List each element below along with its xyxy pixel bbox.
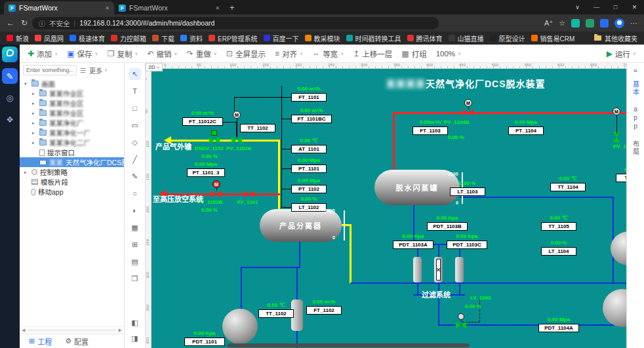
bookmark-item[interactable]: 新浪 [7, 33, 29, 43]
list-menu-icon[interactable]: ☰ [80, 67, 86, 74]
expand-arrow-icon[interactable]: ▸ [32, 111, 37, 116]
close-button[interactable]: ✕ [625, 0, 644, 14]
browser-tab[interactable]: FFSmartWorx✕ [4, 1, 114, 14]
vessel-产品分离器[interactable]: 产品分离器 [260, 209, 342, 242]
instrument-tag-TT_1104[interactable]: TT_1104 [550, 183, 586, 191]
tool-icon-3[interactable]: ▭ [129, 119, 141, 131]
read-aloud-icon[interactable]: A⁺ [544, 19, 553, 28]
valve-icon[interactable] [209, 137, 220, 144]
other-favorites-button[interactable]: 其他收藏夹 [594, 33, 637, 43]
instrument-tag-PDT_1104A[interactable]: PDT_1104A [538, 324, 579, 332]
instrument-tag-FT_1101[interactable]: FT_1101 [291, 93, 327, 102]
instrument-tag-TT_1102[interactable]: TT_1102 [240, 124, 275, 132]
tool-icon-8[interactable]: ◐ [129, 204, 141, 216]
expand-arrow-icon[interactable]: ▸ [32, 130, 37, 136]
tree-item[interactable]: ▾画面 [20, 79, 124, 88]
tool-icon-5[interactable]: ╱ [129, 153, 141, 165]
instrument-tag-FT_11012C[interactable]: FT_11012C [182, 117, 223, 126]
instrument-tag-PDT_1103A[interactable]: PDT_1103A [393, 241, 433, 249]
instrument-tag-FT_1101BC[interactable]: FT_1101BC [291, 115, 332, 123]
tree-item[interactable]: ▸某某作业区 [20, 98, 124, 108]
profile-avatar[interactable] [614, 18, 624, 28]
more-button[interactable]: 更多 ∨ [89, 66, 108, 75]
panel-tab-app[interactable]: app [632, 106, 639, 131]
valve-icon[interactable] [211, 191, 222, 197]
toolbar-button-100%[interactable]: 100%∨ [436, 50, 462, 58]
toolbar-button-打组[interactable]: ▦打组 [401, 48, 426, 59]
toolbar-button-保存[interactable]: ▣保存∨ [67, 48, 98, 59]
new-tab-button[interactable]: + [230, 1, 235, 14]
tool-icon-10[interactable]: ⊞ [129, 239, 141, 250]
tree-item[interactable]: ▸某某作业区 [20, 108, 124, 118]
expand-arrow-icon[interactable]: ▸ [32, 91, 37, 96]
filter-vessel[interactable]: ✕ [434, 257, 443, 282]
tree-item[interactable]: ▸某某净化一厂 [20, 128, 124, 138]
run-button[interactable]: ▶ 运行 ∨ [607, 48, 636, 59]
motor-actuator-icon[interactable]: M [613, 107, 620, 115]
view-mode-selector[interactable]: 2D ∨ [146, 63, 163, 71]
settings-menu-icon[interactable]: ⋯ [630, 19, 637, 28]
rail-item-monitor[interactable]: ◎ [2, 90, 18, 106]
close-icon[interactable]: ✕ [105, 5, 110, 11]
tab-search-button[interactable]: ∨ [568, 0, 587, 14]
tree-item[interactable]: ▸某某净化厂 [20, 118, 124, 128]
favorites-icon[interactable]: ☆ [559, 19, 565, 28]
search-input[interactable] [23, 65, 77, 75]
bookmark-item[interactable]: 时间戳转换工具 [346, 33, 401, 43]
bookmark-item[interactable]: 凤凰网 [35, 33, 64, 43]
address-bar[interactable]: ⓘ 不安全 | 192.168.0.124:3000/#/admin/hmi/d… [32, 17, 439, 29]
bookmark-item[interactable]: 教采模块 [305, 33, 340, 43]
tool-icon-12[interactable]: ❐ [129, 273, 141, 284]
tool-icon-4[interactable]: ◇ [129, 136, 141, 148]
tree-item[interactable]: 移动app [20, 187, 124, 197]
bookmark-item[interactable]: 下载 [152, 33, 174, 43]
filter-vessel[interactable] [413, 257, 422, 282]
toolbar-button-上移一层[interactable]: ↥上移一层 [353, 48, 392, 59]
instrument-tag-LT_1102[interactable]: LT_1102 [291, 203, 327, 212]
tree-item[interactable]: 模板片段 [20, 177, 124, 187]
tool-icon-1[interactable]: T [129, 85, 141, 97]
instrument-tag-FT_1103[interactable]: FT_1103 [413, 126, 448, 135]
minimize-button[interactable]: — [587, 0, 606, 14]
expand-arrow-icon[interactable]: ▸ [32, 121, 37, 126]
toolbar-button-全屏显示[interactable]: ⊡全屏显示 [226, 48, 266, 59]
expand-arrow-icon[interactable]: ▾ [24, 81, 29, 87]
tree-item[interactable]: ▸控制策略 [20, 167, 124, 177]
bookmark-item[interactable]: 百度一下 [264, 33, 299, 43]
motor-actuator-icon[interactable]: M [233, 111, 241, 119]
instrument-tag-TT_1102[interactable]: TT_1102 [258, 309, 294, 318]
refresh-icon[interactable]: ↻ [21, 18, 28, 28]
tool-icon-7[interactable]: ○ [129, 187, 141, 199]
rail-item-model[interactable]: ❖ [2, 111, 18, 127]
rail-item-hmi-design[interactable]: ✎ [2, 68, 18, 84]
instrument-tag-AT_1101[interactable]: AT_1101 [291, 145, 327, 153]
bookmark-item[interactable]: 极速体育 [70, 33, 105, 43]
motor-actuator-icon[interactable]: M [464, 99, 472, 107]
vessel[interactable] [222, 309, 258, 344]
bookmark-item[interactable]: 资料 [180, 33, 203, 43]
toolbar-button-等宽[interactable]: ⇔等宽∨ [312, 48, 344, 59]
bookmark-item[interactable]: 原型设计 [490, 33, 525, 43]
collapse-panel-icon[interactable]: « [634, 66, 637, 74]
vessel[interactable] [603, 289, 626, 327]
scroll-track[interactable] [27, 329, 116, 332]
instrument-tag-PDT_1103C[interactable]: PDT_1103C [447, 241, 487, 249]
tool-icon-9[interactable]: ▦ [129, 222, 141, 233]
fsmartworx-logo-icon[interactable] [2, 47, 18, 62]
tree-item[interactable]: ▸某某作业区 [20, 88, 124, 98]
instrument-tag-PT_1102[interactable]: PT_1102 [291, 185, 327, 193]
bookmark-item[interactable]: 力控邮箱 [111, 33, 146, 43]
tool-icon-2[interactable]: □ [129, 102, 141, 114]
scada-canvas[interactable]: 某某某某天然气净化厂DCS脱水装置 产品分离器脱水闪蒸罐✕MMMM0.00 m³… [151, 69, 626, 348]
bookmark-item[interactable]: 山猫直播 [449, 33, 484, 43]
filter-vessel[interactable] [455, 257, 464, 282]
tab-project[interactable]: ⊞ 工程 [29, 336, 52, 347]
security-info-icon[interactable]: ⓘ [39, 18, 45, 28]
tool-icon-0[interactable]: ↖ [129, 68, 141, 80]
canvas-hscrollbar[interactable] [227, 343, 470, 347]
tool-icon-6[interactable]: ✎ [129, 170, 141, 182]
valve-icon[interactable] [456, 322, 466, 328]
valve-icon[interactable] [231, 137, 242, 144]
toolbar-button-复制[interactable]: ❐复制∨ [108, 48, 138, 59]
instrument-tag-PT_1101[interactable]: PT_1101 [291, 164, 327, 173]
